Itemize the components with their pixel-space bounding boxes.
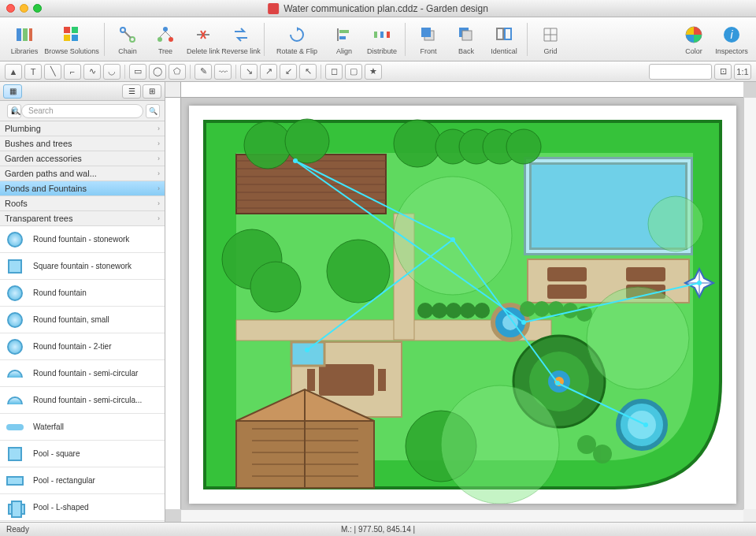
sidebar-tabs: ▦ ☰ ⊞ — [0, 82, 165, 101]
color-icon — [683, 24, 705, 46]
back-icon — [455, 24, 477, 46]
titlebar: Water communication plan.cddz - Garden d… — [0, 0, 756, 17]
identical-icon — [493, 24, 515, 46]
delete-link-icon — [192, 24, 214, 46]
scroll-corner — [743, 509, 756, 522]
stencil-list: Round fountain - stoneworkSquare fountai… — [0, 226, 165, 522]
category-row[interactable]: Roofs› — [0, 196, 165, 211]
category-row[interactable]: Transparent trees› — [0, 211, 165, 226]
zoom-window-button[interactable] — [33, 4, 42, 13]
close-window-button[interactable] — [6, 4, 15, 13]
zoom-dropdown[interactable] — [649, 64, 712, 80]
toolbar-back[interactable]: Back — [448, 24, 484, 55]
sidebar-tab-list[interactable]: ☰ — [122, 84, 141, 99]
stencil-row[interactable]: Pool - L-shaped — [0, 494, 165, 521]
stencil-row[interactable]: Round fountain - stonework — [0, 226, 165, 253]
category-row[interactable]: Bushes and trees› — [0, 136, 165, 151]
sidebar-tab-shapes[interactable]: ▦ — [3, 84, 22, 99]
sidebar-tab-grid[interactable]: ⊞ — [143, 84, 161, 99]
stencil-thumb-icon — [3, 336, 27, 358]
search-go[interactable]: 🔍 — [146, 104, 160, 118]
stencil-row[interactable]: Round fountain - semi-circula... — [0, 387, 165, 414]
scrollbar-vertical[interactable] — [743, 98, 756, 509]
category-list: Plumbing›Bushes and trees›Garden accesso… — [0, 121, 165, 226]
stencil-label: Waterfall — [33, 422, 161, 431]
svg-point-91 — [520, 301, 536, 317]
svg-rect-1 — [23, 28, 28, 41]
stencil-row[interactable]: Waterfall — [0, 414, 165, 441]
toolbar-front[interactable]: Front — [410, 24, 447, 55]
svg-point-97 — [593, 445, 612, 463]
minimize-window-button[interactable] — [20, 4, 28, 13]
stencil-row[interactable]: Round fountain - semi-circular — [0, 360, 165, 387]
tool-ellipse[interactable]: ◯ — [149, 64, 166, 80]
tool-arrow-1[interactable]: ↘ — [240, 64, 258, 80]
stencil-row[interactable]: Round fountain — [0, 280, 165, 307]
svg-point-106 — [521, 320, 526, 325]
tool-arc[interactable]: ◡ — [103, 64, 120, 80]
category-row[interactable]: Garden accessories› — [0, 151, 165, 166]
toolbar-distribute[interactable]: Distribute — [364, 24, 400, 55]
tool-note[interactable]: ▢ — [345, 64, 362, 80]
toolbar-identical[interactable]: Identical — [486, 24, 522, 55]
toolbar-libraries[interactable]: Libraries — [6, 24, 43, 55]
tool-arrow-4[interactable]: ↖ — [299, 64, 317, 80]
tool-stamp[interactable]: ★ — [365, 64, 382, 80]
drawing-page[interactable] — [189, 106, 736, 504]
svg-point-10 — [163, 27, 168, 32]
tool-polygon[interactable]: ⬠ — [169, 64, 186, 80]
tool-pointer[interactable]: ▲ — [5, 64, 22, 80]
svg-point-90 — [474, 303, 490, 318]
chevron-right-icon: › — [158, 140, 160, 147]
canvas[interactable] — [181, 98, 743, 509]
toolbar-chain[interactable]: Chain — [109, 24, 146, 55]
toolbar-browse-solutions[interactable]: Browse Solutions — [44, 24, 99, 55]
tool-freehand[interactable]: 〰 — [214, 64, 232, 80]
stencil-label: Pool - rectangular — [33, 476, 161, 485]
chevron-right-icon: › — [158, 125, 160, 132]
tool-rect[interactable]: ▭ — [129, 64, 146, 80]
zoom-fit[interactable]: ⊡ — [714, 64, 732, 80]
ruler-horizontal[interactable] — [181, 82, 743, 98]
tool-arrow-2[interactable]: ↗ — [260, 64, 277, 80]
category-row[interactable]: Plumbing› — [0, 121, 165, 136]
reverse-link-icon — [230, 24, 252, 46]
chain-icon — [117, 24, 139, 46]
tool-curve[interactable]: ∿ — [83, 64, 101, 80]
scrollbar-horizontal[interactable] — [181, 509, 743, 522]
tool-pen[interactable]: ✎ — [195, 64, 212, 80]
ruler-vertical[interactable] — [165, 98, 181, 509]
svg-rect-46 — [626, 267, 665, 281]
category-row[interactable]: Ponds and Fountains› — [0, 181, 165, 196]
toolbar-inspectors[interactable]: i Inspectors — [713, 24, 750, 55]
stencil-thumb-icon — [3, 229, 27, 251]
stencil-row[interactable]: Pool - square — [0, 441, 165, 467]
canvas-area — [165, 82, 756, 522]
tool-line[interactable]: ╲ — [44, 64, 61, 80]
svg-rect-54 — [291, 342, 324, 366]
category-row[interactable]: Garden paths and wal...› — [0, 166, 165, 181]
stencil-row[interactable]: Pool - 2-tier — [0, 521, 165, 522]
tree-icon — [154, 24, 176, 46]
stencil-row[interactable]: Round fountain - 2-tier — [0, 333, 165, 360]
svg-point-85 — [648, 196, 703, 251]
tool-connector[interactable]: ⌐ — [64, 64, 81, 80]
zoom-100[interactable]: 1:1 — [734, 64, 751, 80]
toolbar-tree[interactable]: Tree — [147, 24, 183, 55]
stencil-row[interactable]: Pool - rectangular — [0, 467, 165, 494]
chevron-right-icon: › — [158, 199, 160, 207]
toolbar-color[interactable]: Color — [676, 24, 712, 55]
sidebar-search-input[interactable]: Search — [21, 104, 143, 118]
stencil-row[interactable]: Round fountain, small — [0, 307, 165, 333]
toolbar-rotate-flip[interactable]: Rotate & Flip — [269, 24, 324, 55]
toolbar-grid[interactable]: Grid — [532, 24, 569, 55]
tool-callout[interactable]: ◻ — [325, 64, 343, 80]
toolbar-align[interactable]: Align — [326, 24, 362, 55]
tool-arrow-3[interactable]: ↙ — [280, 64, 297, 80]
stencil-thumb-icon — [3, 255, 27, 277]
tool-text[interactable]: T — [24, 64, 42, 80]
stencil-label: Round fountain - stonework — [33, 235, 161, 244]
toolbar-delete-link[interactable]: Delete link — [185, 24, 221, 55]
toolbar-reverse-link[interactable]: Reverse link — [223, 24, 259, 55]
stencil-row[interactable]: Square fountain - stonework — [0, 253, 165, 280]
